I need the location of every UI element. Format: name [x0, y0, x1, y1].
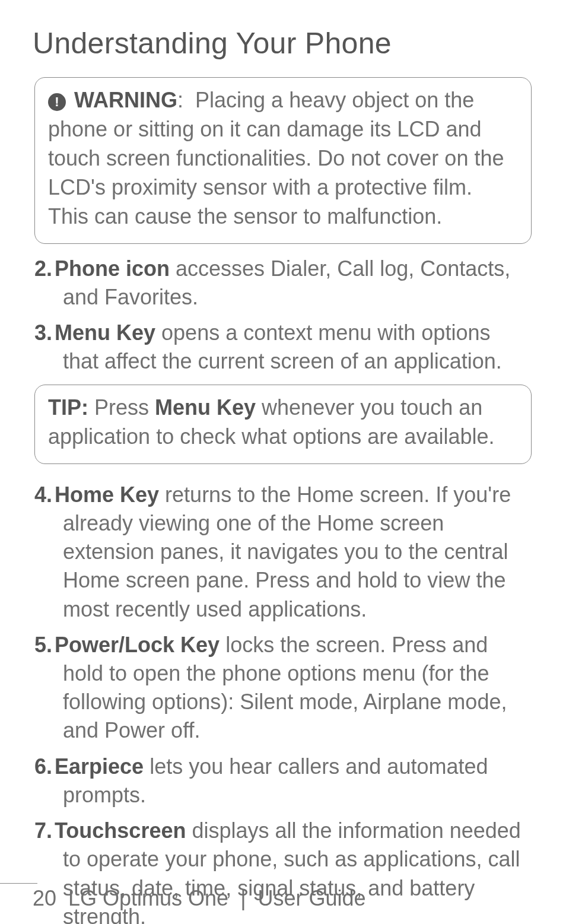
footer-rule [0, 883, 37, 884]
item-number: 2. [34, 256, 52, 281]
warning-icon: ! [48, 93, 66, 111]
list-item: 6.Earpiece lets you hear callers and aut… [34, 752, 532, 809]
footer-product: LG Optimus One [68, 886, 228, 910]
item-number: 7. [34, 818, 52, 843]
item-term: Home Key [55, 482, 159, 507]
tip-bold: Menu Key [155, 395, 256, 420]
warning-colon: : [177, 88, 183, 112]
item-number: 4. [34, 482, 52, 507]
tip-label: TIP: [48, 395, 88, 420]
item-term: Power/Lock Key [55, 633, 220, 657]
footer-separator: | [240, 886, 246, 910]
item-term: Touchscreen [55, 818, 186, 843]
feature-list-bottom: 4.Home Key returns to the Home screen. I… [34, 481, 532, 924]
item-number: 5. [34, 633, 52, 657]
document-page: Understanding Your Phone ! WARNING: Plac… [0, 0, 566, 924]
warning-label: WARNING [74, 88, 177, 112]
list-item: 3.Menu Key opens a context menu with opt… [34, 319, 532, 376]
item-number: 6. [34, 754, 52, 779]
item-number: 3. [34, 320, 52, 345]
page-footer: 20 LG Optimus One | User Guide [0, 886, 566, 911]
item-term: Earpiece [55, 754, 144, 779]
item-term: Phone icon [55, 256, 170, 281]
tip-pre: Press [88, 395, 155, 420]
item-term: Menu Key [55, 320, 155, 345]
footer-doc: User Guide [258, 886, 366, 910]
tip-callout: TIP: Press Menu Key whenever you touch a… [34, 385, 532, 464]
list-item: 4.Home Key returns to the Home screen. I… [34, 481, 532, 624]
feature-list-top: 2.Phone icon accesses Dialer, Call log, … [34, 255, 532, 376]
page-title: Understanding Your Phone [33, 26, 533, 61]
page-number: 20 [33, 886, 62, 911]
list-item: 5.Power/Lock Key locks the screen. Press… [34, 631, 532, 745]
warning-callout: ! WARNING: Placing a heavy object on the… [34, 77, 532, 244]
list-item: 2.Phone icon accesses Dialer, Call log, … [34, 255, 532, 312]
